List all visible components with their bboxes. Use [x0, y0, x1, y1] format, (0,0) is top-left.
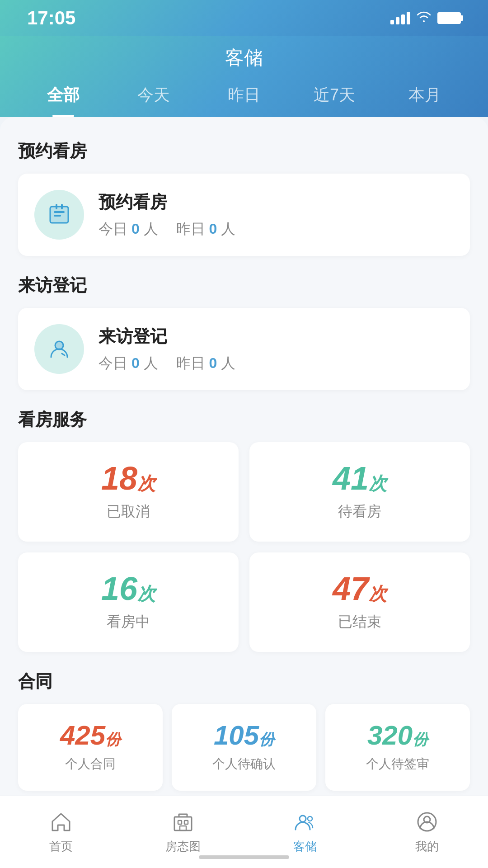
pending-sign-count: 320份	[334, 722, 461, 749]
svg-rect-5	[61, 204, 63, 209]
svg-rect-2	[54, 211, 65, 213]
visit-icon-wrap	[34, 324, 84, 374]
ended-count: 47次	[266, 572, 454, 605]
pending-label: 待看房	[266, 502, 454, 522]
visit-icon	[47, 336, 72, 362]
cancelled-count: 18次	[34, 462, 222, 495]
appointment-yesterday-label: 昨日 0 人	[176, 219, 236, 239]
contract-card-personal[interactable]: 425份 个人合同	[18, 704, 163, 791]
house-service-grid: 18次 已取消 41次 待看房 16次 看房中 47次 已结束	[18, 442, 470, 652]
nav-profile[interactable]: 我的	[366, 810, 488, 854]
customer-icon	[293, 810, 317, 834]
appointment-today-label: 今日 0 人	[99, 219, 158, 239]
contract-card-pending-sign[interactable]: 320份 个人待签审	[325, 704, 470, 791]
service-card-pending[interactable]: 41次 待看房	[249, 442, 470, 542]
visit-today-label: 今日 0 人	[99, 354, 158, 373]
pending-confirm-count: 105份	[181, 722, 307, 749]
appointment-stats: 今日 0 人 昨日 0 人	[99, 219, 454, 239]
visit-yesterday-label: 昨日 0 人	[176, 354, 236, 373]
nav-customer[interactable]: 客储	[244, 810, 366, 854]
tab-7days[interactable]: 近7天	[289, 84, 380, 117]
signal-icon	[390, 12, 410, 24]
status-icons	[390, 11, 461, 26]
main-content: 预约看房 预约看房 今日 0 人 昨日 0 人	[0, 117, 488, 868]
service-card-cancelled[interactable]: 18次 已取消	[18, 442, 239, 542]
svg-rect-10	[184, 821, 188, 824]
scroll-indicator	[199, 855, 289, 859]
service-card-ended[interactable]: 47次 已结束	[249, 552, 470, 652]
house-service-section-title: 看房服务	[18, 408, 470, 431]
bottom-nav: 首页 房态图 客储	[0, 796, 488, 868]
ongoing-label: 看房中	[34, 612, 222, 632]
appointment-section-title: 预约看房	[18, 140, 470, 163]
filter-tabs: 全部 今天 昨日 近7天 本月	[0, 84, 488, 117]
visit-info: 来访登记 今日 0 人 昨日 0 人	[99, 325, 454, 373]
nav-profile-label: 我的	[415, 839, 439, 854]
visit-section-title: 来访登记	[18, 274, 470, 297]
nav-home-label: 首页	[49, 839, 73, 854]
contract-grid: 425份 个人合同 105份 个人待确认 320份 个人待签审	[18, 704, 470, 791]
appointment-info: 预约看房 今日 0 人 昨日 0 人	[99, 191, 454, 239]
battery-icon	[437, 12, 461, 24]
svg-rect-8	[174, 817, 192, 830]
nav-customer-label: 客储	[293, 839, 317, 854]
appointment-icon-wrap	[34, 190, 84, 240]
svg-rect-4	[56, 204, 57, 209]
home-icon	[49, 810, 73, 834]
contract-card-pending-confirm[interactable]: 105份 个人待确认	[172, 704, 316, 791]
building-icon	[171, 810, 195, 834]
appointment-card-title: 预约看房	[99, 191, 454, 214]
contract-section-title: 合同	[18, 670, 470, 693]
tab-month[interactable]: 本月	[380, 84, 470, 117]
visit-card-title: 来访登记	[99, 325, 454, 348]
tab-today[interactable]: 今天	[108, 84, 199, 117]
appointment-icon	[47, 202, 72, 227]
ongoing-count: 16次	[34, 572, 222, 605]
pending-confirm-label: 个人待确认	[181, 755, 307, 773]
status-time: 17:05	[27, 7, 75, 29]
wifi-icon	[417, 11, 431, 26]
status-bar: 17:05	[0, 0, 488, 36]
pending-sign-label: 个人待签审	[334, 755, 461, 773]
visit-stats: 今日 0 人 昨日 0 人	[99, 354, 454, 373]
header: 客储 全部 今天 昨日 近7天 本月	[0, 36, 488, 117]
cancelled-label: 已取消	[34, 502, 222, 522]
nav-home[interactable]: 首页	[0, 810, 122, 854]
page-title: 客储	[0, 45, 488, 84]
svg-rect-3	[54, 215, 61, 217]
nav-room-chart-label: 房态图	[165, 839, 201, 854]
personal-contract-count: 425份	[27, 722, 154, 749]
nav-room-chart[interactable]: 房态图	[122, 810, 244, 854]
profile-icon	[415, 810, 439, 834]
tab-all[interactable]: 全部	[18, 84, 108, 117]
tab-yesterday[interactable]: 昨日	[199, 84, 289, 117]
svg-point-13	[308, 816, 312, 821]
ended-label: 已结束	[266, 612, 454, 632]
appointment-card[interactable]: 预约看房 今日 0 人 昨日 0 人	[18, 174, 470, 256]
svg-point-12	[300, 816, 306, 822]
visit-card[interactable]: 来访登记 今日 0 人 昨日 0 人	[18, 308, 470, 390]
svg-rect-9	[178, 821, 182, 824]
service-card-ongoing[interactable]: 16次 看房中	[18, 552, 239, 652]
personal-contract-label: 个人合同	[27, 755, 154, 773]
pending-count: 41次	[266, 462, 454, 495]
